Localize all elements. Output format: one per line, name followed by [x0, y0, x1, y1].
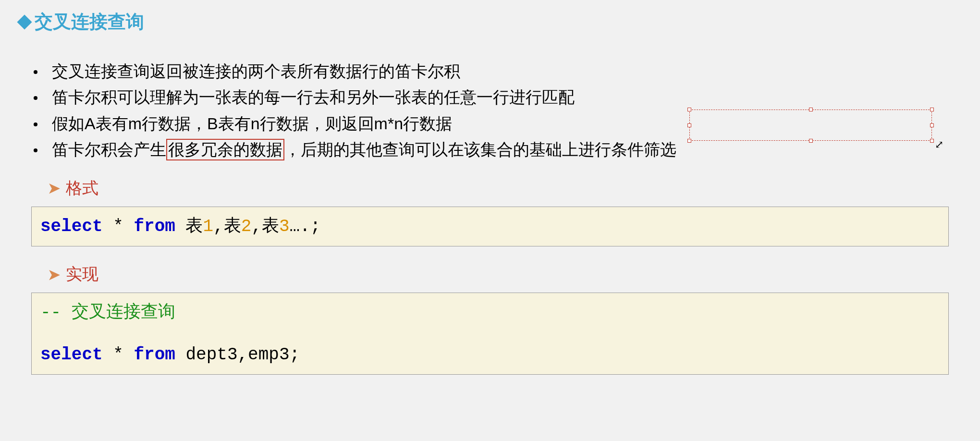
bullet4-pre: 笛卡尔积会产生: [52, 140, 166, 159]
bullet-text: 交叉连接查询返回被连接的两个表所有数据行的笛卡尔积: [52, 58, 460, 84]
list-item: 笛卡尔积可以理解为一张表的每一行去和另外一张表的任意一行进行匹配: [34, 84, 961, 110]
resize-handle[interactable]: [930, 108, 934, 111]
code-text: *: [103, 217, 134, 236]
resize-handle[interactable]: [687, 123, 691, 127]
code-text: *: [103, 345, 134, 365]
diamond-bullet-icon: [17, 14, 32, 29]
subheading-impl: ➤ 实现: [48, 263, 961, 285]
bullet-dot-icon: [34, 122, 37, 126]
subheading-text: 实现: [66, 263, 98, 285]
code-number: 2: [241, 217, 252, 236]
bullet-dot-icon: [34, 96, 37, 100]
resize-handle[interactable]: [930, 123, 934, 127]
resize-handle[interactable]: [687, 108, 691, 111]
code-text: 表: [175, 217, 203, 236]
bullet-text: 假如A表有m行数据，B表有n行数据，则返回m*n行数据: [52, 110, 452, 136]
resize-cursor-icon: ⤡: [933, 140, 945, 149]
resize-handle[interactable]: [809, 108, 813, 111]
resize-handle[interactable]: [687, 139, 691, 143]
keyword: from: [134, 345, 175, 365]
keyword: select: [40, 217, 103, 236]
code-number: 1: [203, 217, 213, 236]
keyword: select: [40, 345, 103, 365]
code-text: ,表: [213, 217, 241, 236]
bullet-dot-icon: [34, 70, 37, 74]
resize-handle[interactable]: [809, 139, 813, 143]
title-text: 交叉连接查询: [35, 10, 144, 34]
arrow-icon: ➤: [48, 180, 60, 196]
highlighted-phrase: 很多冗余的数据: [166, 139, 284, 160]
code-text: ….;: [290, 217, 321, 236]
list-item: 交叉连接查询返回被连接的两个表所有数据行的笛卡尔积: [34, 58, 961, 84]
code-text: ,表: [251, 217, 279, 236]
bullet-dot-icon: [34, 148, 37, 152]
section-heading: 交叉连接查询: [19, 10, 961, 34]
code-comment: -- 交叉连接查询: [40, 299, 940, 327]
bullet-text: 笛卡尔积可以理解为一张表的每一行去和另外一张表的任意一行进行匹配: [52, 84, 575, 110]
subheading-text: 格式: [66, 177, 98, 199]
code-block-format: select * from 表1,表2,表3….;: [31, 207, 949, 247]
bullet-text: 笛卡尔积会产生很多冗余的数据，后期的其他查询可以在该集合的基础上进行条件筛选: [52, 136, 676, 162]
code-number: 3: [279, 217, 290, 236]
bullet4-post: ，后期的其他查询可以在该集合的基础上进行条件筛选: [284, 140, 676, 159]
arrow-icon: ➤: [48, 266, 60, 283]
subheading-format: ➤ 格式: [48, 177, 961, 199]
code-text: dept3,emp3;: [175, 345, 300, 365]
keyword: from: [134, 217, 175, 236]
selection-box[interactable]: ⤡: [689, 110, 932, 141]
code-block-impl: -- 交叉连接查询 select * from dept3,emp3;: [31, 293, 949, 375]
